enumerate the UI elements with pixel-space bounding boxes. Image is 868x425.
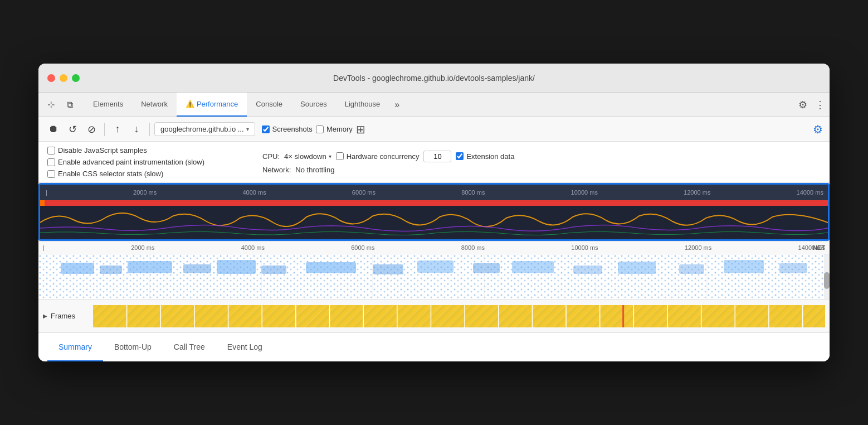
ruler-mark-1: 2000 ms	[133, 189, 157, 196]
ext-data-group: Extension data	[456, 152, 514, 161]
svg-rect-13	[512, 261, 554, 273]
window-controls	[47, 74, 80, 82]
cpu-label: CPU:	[262, 152, 280, 161]
screenshots-toggle: Screenshots Memory ⊞	[262, 123, 365, 136]
record-button[interactable]: ⏺	[45, 121, 62, 138]
tab-summary-label: Summary	[58, 342, 92, 351]
layers-icon[interactable]: ⊞	[356, 123, 365, 136]
cpu-arrow-icon: ▾	[329, 153, 331, 160]
svg-rect-4	[100, 265, 122, 274]
download-button[interactable]: ↓	[128, 121, 145, 138]
url-chevron-icon: ▾	[246, 126, 249, 132]
hw-concurrency-label[interactable]: Hardware concurrency	[336, 152, 420, 161]
left-settings: Disable JavaScript samples Enable advanc…	[47, 146, 204, 178]
more-options-icon[interactable]: ⋮	[815, 99, 825, 111]
tab-bottom-up-label: Bottom-Up	[114, 342, 152, 351]
tab-lighthouse[interactable]: Lighthouse	[336, 93, 389, 117]
close-button[interactable]	[47, 74, 55, 82]
tab-performance[interactable]: ⚠️ Performance	[177, 93, 247, 117]
url-text: googlechrome.github.io ...	[160, 125, 244, 133]
css-stats-checkbox[interactable]	[47, 170, 55, 178]
advanced-paint-label[interactable]: Enable advanced paint instrumentation (s…	[47, 158, 204, 166]
window-title: DevTools - googlechrome.github.io/devtoo…	[333, 74, 535, 83]
separator-1	[104, 123, 105, 136]
screenshots-checkbox[interactable]	[262, 125, 270, 133]
devtools-window: DevTools - googlechrome.github.io/devtoo…	[38, 64, 830, 361]
bottom-tab-bar: Summary Bottom-Up Call Tree Event Log	[38, 332, 830, 361]
waveform-area	[40, 206, 828, 239]
minimize-button[interactable]	[60, 74, 67, 82]
svg-rect-11	[417, 260, 453, 273]
tab-console[interactable]: Console	[247, 93, 291, 117]
hw-concurrency-input[interactable]	[423, 151, 451, 162]
tab-network[interactable]: Network	[132, 93, 177, 117]
memory-checkbox[interactable]	[316, 125, 324, 133]
more-tabs-button[interactable]: »	[389, 93, 405, 117]
clear-button[interactable]: ⊘	[83, 121, 100, 138]
svg-rect-18	[779, 263, 807, 273]
cpu-dropdown[interactable]: 4× slowdown ▾	[284, 152, 331, 161]
tab-bar: ⊹ ⧉ Elements Network ⚠️ Performance Cons…	[38, 93, 830, 117]
frames-section: ▶ Frames	[38, 299, 830, 332]
svg-rect-10	[373, 264, 403, 274]
ext-data-checkbox[interactable]	[456, 152, 464, 160]
svg-rect-27	[93, 305, 825, 327]
cursor-icon[interactable]: ⊹	[43, 97, 58, 113]
advanced-paint-text: Enable advanced paint instrumentation (s…	[58, 158, 204, 166]
performance-bar	[40, 200, 828, 206]
ruler-mark-0: |	[46, 189, 47, 196]
screenshots-checkbox-label[interactable]: Screenshots	[262, 125, 313, 133]
frames-header[interactable]: ▶ Frames	[43, 312, 93, 320]
svg-rect-9	[306, 262, 356, 273]
ruler2-mark-5: 10000 ms	[571, 244, 598, 251]
svg-rect-3	[61, 263, 94, 274]
hw-concurrency-checkbox[interactable]	[336, 152, 344, 160]
ruler-mark-4: 8000 ms	[461, 189, 485, 196]
disable-js-label[interactable]: Disable JavaScript samples	[47, 146, 204, 154]
advanced-paint-checkbox[interactable]	[47, 158, 55, 166]
performance-settings-icon[interactable]: ⚙	[813, 123, 823, 136]
timeline-overview[interactable]: | 2000 ms 4000 ms 6000 ms 8000 ms 10000 …	[38, 183, 830, 241]
svg-rect-7	[217, 260, 256, 274]
svg-rect-6	[183, 264, 211, 273]
separator-2	[149, 123, 150, 136]
url-filter[interactable]: googlechrome.github.io ... ▾	[154, 122, 255, 136]
scrollbar-track[interactable]	[824, 254, 830, 299]
ruler2-mark-3: 6000 ms	[351, 244, 374, 251]
svg-rect-16	[679, 264, 704, 274]
ruler-mark-2: 4000 ms	[242, 189, 266, 196]
svg-rect-14	[573, 265, 602, 274]
device-toggle-icon[interactable]: ⧉	[62, 97, 77, 113]
settings-gear-icon[interactable]: ⚙	[795, 97, 811, 113]
ruler2-mark-2: 4000 ms	[241, 244, 265, 251]
ruler2-mark-0: |	[43, 244, 45, 251]
tab-icons: ⊹ ⧉	[43, 97, 77, 113]
network-value: No throttling	[295, 166, 334, 174]
tab-call-tree[interactable]: Call Tree	[163, 333, 216, 361]
svg-rect-49	[622, 305, 624, 327]
network-label: Network:	[262, 166, 291, 174]
maximize-button[interactable]	[72, 74, 80, 82]
reload-record-button[interactable]: ↺	[64, 121, 81, 138]
ruler-mark-5: 10000 ms	[571, 189, 598, 196]
tab-sources[interactable]: Sources	[291, 93, 336, 117]
frames-collapse-icon: ▶	[43, 313, 47, 319]
ruler2-labels: | 2000 ms 4000 ms 6000 ms 8000 ms 10000 …	[43, 244, 825, 251]
tab-summary[interactable]: Summary	[47, 333, 103, 361]
ruler2-mark-4: 8000 ms	[461, 244, 485, 251]
network-setting-row: Network: No throttling	[262, 166, 514, 174]
css-stats-text: Enable CSS selector stats (slow)	[58, 170, 163, 178]
ruler-mark-7: 14000 ms	[797, 189, 823, 196]
tab-elements[interactable]: Elements	[84, 93, 132, 117]
upload-button[interactable]: ↑	[109, 121, 126, 138]
disable-js-checkbox[interactable]	[47, 147, 55, 154]
ruler2: | 2000 ms 4000 ms 6000 ms 8000 ms 10000 …	[38, 241, 830, 254]
scrollbar-thumb[interactable]	[824, 272, 830, 289]
css-stats-label[interactable]: Enable CSS selector stats (slow)	[47, 170, 204, 178]
tab-event-log[interactable]: Event Log	[216, 333, 274, 361]
main-tabs: Elements Network ⚠️ Performance Console …	[84, 93, 795, 117]
performance-toolbar: ⏺ ↺ ⊘ ↑ ↓ googlechrome.github.io ... ▾ S…	[38, 117, 830, 142]
memory-checkbox-label[interactable]: Memory	[316, 125, 353, 133]
hw-concurrency-group: Hardware concurrency	[336, 151, 452, 162]
tab-bottom-up[interactable]: Bottom-Up	[103, 333, 163, 361]
